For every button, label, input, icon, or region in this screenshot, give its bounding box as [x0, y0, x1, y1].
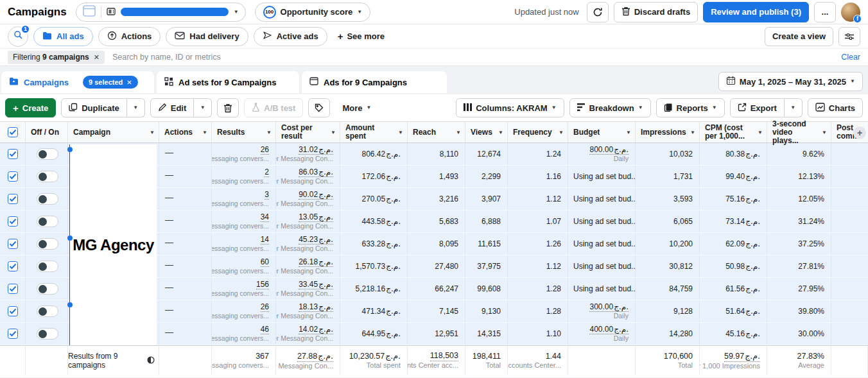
actions-cell: — — [159, 255, 212, 277]
row-checkbox[interactable] — [0, 233, 25, 255]
column-header-actions[interactable]: Actions▼ — [159, 122, 212, 142]
plus-icon: + — [338, 31, 343, 41]
reach-cell: 1,493 — [408, 166, 465, 187]
filter-pill-actions[interactable]: Actions — [98, 27, 161, 46]
filter-pill-had-delivery[interactable]: Had delivery — [166, 27, 248, 46]
column-header-budget[interactable]: Budget▼ — [568, 122, 636, 142]
filter-pill-all-ads[interactable]: All ads — [33, 27, 93, 46]
date-range-label: May 1, 2025 – May 31, 2025 — [740, 77, 846, 87]
row-checkbox[interactable] — [0, 143, 25, 165]
select-all-checkbox[interactable] — [0, 122, 26, 142]
row-checkbox[interactable] — [0, 210, 25, 232]
delete-button[interactable] — [217, 98, 239, 117]
column-header-results[interactable]: Results▼ — [212, 122, 276, 142]
row-checkbox[interactable] — [0, 255, 25, 277]
summary-impressions: 170,600 — [664, 352, 693, 361]
video-plays-cell: 12.13% — [767, 166, 831, 187]
campaign-toggle[interactable] — [37, 216, 58, 227]
column-header-cpm[interactable]: CPM (cost per 1,000...▼ — [700, 122, 767, 142]
impressions-cell: 1,731 — [636, 166, 700, 187]
chip-count: 9 campaigns — [42, 53, 89, 62]
attribution-info-icon[interactable] — [147, 356, 155, 366]
column-header-cost-per-result[interactable]: Cost per result▼ — [276, 122, 340, 142]
see-more-button[interactable]: + See more — [333, 31, 390, 41]
tag-button[interactable] — [308, 98, 330, 117]
reach-cell: 66,247 — [408, 278, 465, 300]
edit-dropdown[interactable]: ▼ — [194, 98, 212, 117]
close-icon[interactable]: ✕ — [94, 53, 100, 62]
row-checkbox-cell — [0, 188, 26, 210]
row-checkbox[interactable] — [0, 278, 25, 300]
column-header-reach[interactable]: Reach▼ — [408, 122, 465, 142]
ab-test-label: A/B test — [264, 103, 295, 113]
reports-button[interactable]: Reports▼ — [656, 98, 725, 117]
ad-account-selector[interactable]: ▼ — [76, 3, 246, 22]
discard-drafts-button[interactable]: Discard drafts — [614, 2, 698, 22]
campaign-toggle[interactable] — [37, 193, 58, 205]
cost-per-result-cell: 13.05ج.م.Per Messaging Con... — [276, 210, 340, 232]
actions-cell: — — [159, 278, 212, 300]
campaign-toggle[interactable] — [37, 171, 58, 182]
close-icon[interactable]: ✕ — [126, 79, 132, 86]
ab-test-button[interactable]: A/B test — [244, 98, 303, 117]
campaign-toggle[interactable] — [37, 328, 58, 339]
campaign-toggle[interactable] — [37, 238, 58, 250]
search-input[interactable]: Search by name, ID or metrics — [112, 53, 833, 62]
more-options-button[interactable]: ... — [814, 2, 836, 22]
amount-spent-cell: 270.05ج.م. — [340, 188, 408, 210]
column-header-views[interactable]: Views▼ — [465, 122, 508, 142]
duplicate-button[interactable]: Duplicate — [61, 98, 127, 117]
summary-frequency: 1.44 — [546, 352, 561, 361]
filtering-chip[interactable]: Filtering 9 campaigns ✕ — [8, 51, 105, 64]
campaign-toggle[interactable] — [37, 283, 58, 295]
export-button[interactable]: Export — [730, 98, 785, 117]
column-header-amount-spent[interactable]: Amount spent▼ — [340, 122, 408, 142]
tab-ads[interactable]: Ads for 9 Campaigns — [302, 71, 447, 93]
column-header-frequency[interactable]: Frequency▼ — [508, 122, 568, 142]
duplicate-dropdown[interactable]: ▼ — [127, 98, 145, 117]
campaign-toggle[interactable] — [37, 305, 58, 317]
toggle-cell — [26, 210, 68, 232]
actions-cell: — — [159, 323, 212, 345]
column-header-3-second-video-plays[interactable]: 3-second video plays...▼ — [767, 122, 831, 142]
edit-label: Edit — [171, 103, 187, 113]
avatar[interactable]: f — [841, 3, 860, 22]
export-dropdown[interactable]: ▼ — [785, 98, 803, 117]
charts-button[interactable]: Charts — [808, 98, 863, 117]
tab-campaigns[interactable]: Campaigns 9 selected✕ — [1, 71, 154, 93]
row-checkbox[interactable] — [0, 323, 25, 345]
review-publish-button[interactable]: Review and publish (3) — [703, 2, 809, 22]
selected-count-badge[interactable]: 9 selected✕ — [83, 76, 138, 89]
reports-icon — [664, 103, 673, 114]
refresh-button[interactable] — [587, 2, 609, 22]
reach-cell: 8,095 — [408, 233, 465, 255]
create-view-button[interactable]: Create a view — [765, 27, 833, 46]
redaction-label: MG Agency — [73, 236, 154, 254]
campaign-toggle[interactable] — [37, 148, 58, 160]
breakdown-button[interactable]: Breakdown▼ — [569, 98, 651, 117]
column-header-campaign[interactable]: Campaign▼ — [68, 122, 159, 142]
edit-split-button: Edit ▼ — [150, 98, 213, 117]
edit-button[interactable]: Edit — [150, 98, 195, 117]
create-button[interactable]: +Create — [5, 98, 56, 117]
view-settings-button[interactable] — [838, 27, 860, 46]
opportunity-score-button[interactable]: 100 Opportunity score ▼ — [255, 3, 371, 22]
filter-pill-active-ads[interactable]: Active ads — [254, 27, 327, 46]
frequency-cell: 1.12 — [508, 255, 568, 277]
row-checkbox[interactable] — [0, 188, 25, 210]
more-menu-button[interactable]: More▼ — [335, 98, 378, 117]
row-checkbox[interactable] — [0, 166, 25, 187]
clear-filters-link[interactable]: Clear — [841, 53, 860, 62]
date-range-button[interactable]: May 1, 2025 – May 31, 2025 ▼ — [718, 72, 863, 91]
toggle-cell — [26, 166, 68, 187]
level-tabs: Campaigns 9 selected✕ Ad sets for 9 Camp… — [0, 70, 868, 93]
views-cell: 6,888 — [465, 210, 508, 232]
row-checkbox[interactable] — [0, 300, 25, 322]
tab-ad-sets[interactable]: Ad sets for 9 Campaigns — [157, 71, 299, 93]
budget-cell: Using ad set bud... — [568, 233, 636, 255]
search-filter-button[interactable]: 1 — [8, 26, 28, 47]
add-column-icon[interactable]: + — [853, 126, 866, 139]
columns-button[interactable]: Columns: AKRAM▼ — [456, 98, 564, 117]
column-header-impressions[interactable]: Impressions▼ — [636, 122, 700, 142]
campaign-toggle[interactable] — [37, 261, 58, 272]
